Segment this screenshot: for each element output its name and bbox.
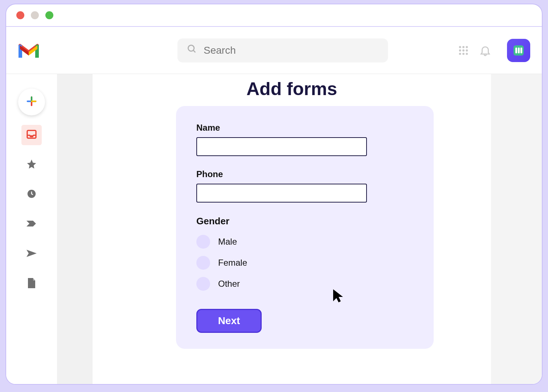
window-close-icon[interactable] [16,11,24,19]
search-input[interactable] [204,45,379,56]
svg-point-6 [466,46,468,48]
gmail-logo-icon[interactable] [18,42,40,59]
gender-option-male[interactable]: Male [196,235,413,249]
gender-option-label: Other [218,279,240,289]
svg-rect-14 [515,48,517,53]
inbox-icon [26,128,37,142]
gender-option-other[interactable]: Other [196,277,413,291]
phone-input[interactable] [196,184,367,203]
sidebar-item-sent[interactable] [21,244,42,264]
window-maximize-icon[interactable] [45,11,53,19]
window-titlebar [6,4,542,27]
svg-line-3 [193,50,196,53]
gender-group: Gender Male Female Other [196,216,413,291]
radio-icon [196,277,210,291]
svg-point-5 [462,46,465,48]
gender-option-label: Female [218,258,247,268]
app-body: Add forms Name Phone Gender Male Female [6,74,542,384]
svg-point-9 [466,49,468,52]
name-input[interactable] [196,137,367,156]
svg-point-12 [466,53,468,55]
main-content: Add forms Name Phone Gender Male Female [93,74,491,384]
apps-grid-icon[interactable] [456,43,471,58]
sidebar-item-drafts[interactable] [21,274,42,294]
sidebar [6,74,57,384]
radio-icon [196,256,210,270]
sidebar-item-inbox[interactable] [21,125,42,145]
right-gutter [491,74,542,384]
plus-icon [25,95,38,109]
radio-icon [196,235,210,249]
sidebar-item-snoozed[interactable] [21,184,42,205]
gender-option-female[interactable]: Female [196,256,413,270]
page-title: Add forms [93,78,491,99]
extension-app-icon[interactable] [507,39,530,62]
svg-point-8 [462,49,465,52]
search-icon [187,44,197,57]
notifications-bell-icon[interactable] [478,43,492,58]
name-label: Name [196,123,413,133]
svg-rect-15 [518,48,520,53]
send-icon [26,248,37,260]
form-card: Name Phone Gender Male Female [176,106,434,349]
label-important-icon [26,219,37,229]
sidebar-item-important[interactable] [21,214,42,234]
clock-icon [26,188,37,201]
app-window: Add forms Name Phone Gender Male Female [5,4,543,385]
svg-point-7 [459,49,461,52]
svg-point-11 [462,53,465,55]
star-icon [26,159,37,171]
app-header [6,27,542,74]
file-icon [27,277,36,290]
compose-button[interactable] [18,89,45,115]
svg-point-4 [459,46,461,48]
gender-label: Gender [196,216,413,227]
svg-point-2 [188,45,194,51]
gender-option-label: Male [218,237,237,247]
svg-point-10 [459,53,461,55]
svg-rect-16 [520,48,522,53]
next-button[interactable]: Next [196,309,262,333]
search-box[interactable] [177,38,388,62]
window-minimize-icon[interactable] [31,11,39,19]
sidebar-item-starred[interactable] [21,155,42,175]
left-gutter [57,74,93,384]
phone-label: Phone [196,169,413,179]
